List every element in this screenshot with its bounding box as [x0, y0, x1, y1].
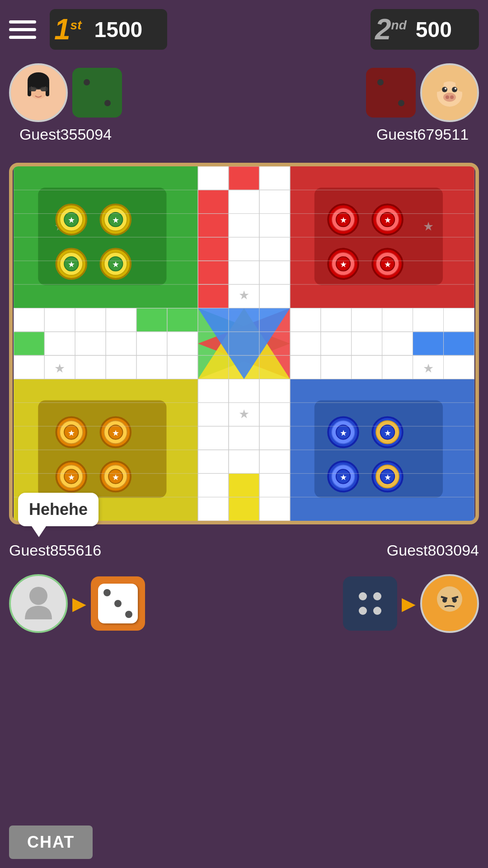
rank1-badge: 1st 1500: [50, 9, 167, 50]
svg-rect-81: [167, 355, 198, 379]
svg-rect-86: [413, 308, 444, 332]
svg-point-229: [442, 598, 447, 603]
svg-text:★: ★: [68, 216, 75, 225]
svg-rect-34: [229, 166, 259, 190]
svg-text:★: ★: [340, 216, 347, 225]
players-bottom: Guest855616 Guest803094: [0, 538, 488, 559]
svg-rect-82: [290, 308, 321, 332]
svg-rect-44: [259, 261, 290, 284]
bottom-controls: ▶ ▶: [0, 574, 488, 633]
svg-point-11: [455, 75, 468, 92]
chat-button-label: CHAT: [27, 833, 75, 851]
svg-text:★: ★: [68, 429, 75, 438]
svg-rect-76: [14, 355, 44, 379]
svg-text:★: ★: [340, 473, 347, 482]
player-top-right-info: [366, 63, 479, 122]
rank2-score: 500: [416, 17, 452, 42]
svg-rect-45: [259, 284, 290, 308]
svg-text:★: ★: [340, 429, 347, 438]
svg-rect-89: [321, 332, 352, 355]
svg-rect-63: [259, 497, 290, 521]
top-bar: 1st 1500 2nd 500: [0, 9, 488, 50]
svg-point-16: [443, 93, 456, 102]
players-top: Guest355094: [0, 63, 488, 143]
svg-text:★: ★: [112, 429, 119, 438]
svg-rect-79: [106, 355, 136, 379]
svg-point-12: [442, 87, 447, 92]
player-top-left-info: [9, 63, 122, 122]
rank2-sup: nd: [391, 18, 407, 32]
svg-point-13: [452, 87, 457, 92]
svg-rect-55: [229, 450, 259, 473]
svg-rect-61: [259, 450, 290, 473]
svg-rect-32: [198, 261, 229, 284]
svg-rect-85: [382, 308, 413, 332]
rank2-badge: 2nd 500: [371, 9, 479, 50]
svg-text:★: ★: [54, 361, 65, 375]
bottom-left-controls: ▶: [9, 574, 145, 633]
svg-rect-96: [352, 355, 382, 379]
svg-rect-49: [198, 450, 229, 473]
dice-bottom-left[interactable]: [91, 576, 145, 631]
svg-rect-6: [41, 87, 48, 91]
svg-point-15: [455, 88, 456, 90]
svg-rect-29: [198, 190, 229, 213]
svg-text:★: ★: [384, 429, 391, 438]
svg-text:★: ★: [384, 473, 391, 482]
player-top-right: Guest679511: [366, 63, 479, 143]
rank2-label: 2nd: [375, 15, 407, 44]
svg-rect-92: [413, 332, 444, 355]
svg-point-14: [445, 88, 446, 90]
svg-rect-38: [229, 261, 259, 284]
avatar-top-right: [420, 63, 479, 122]
svg-text:★: ★: [340, 260, 347, 269]
svg-rect-37: [229, 237, 259, 261]
svg-rect-93: [443, 332, 474, 355]
player-top-left: Guest355094: [9, 63, 122, 143]
rank1-sup: st: [70, 18, 82, 32]
svg-point-224: [29, 587, 47, 605]
svg-rect-31: [198, 237, 229, 261]
svg-rect-74: [136, 332, 167, 355]
svg-rect-40: [259, 166, 290, 190]
svg-text:★: ★: [112, 216, 119, 225]
svg-text:★: ★: [112, 260, 119, 269]
menu-button[interactable]: [9, 16, 41, 43]
svg-rect-58: [259, 379, 290, 402]
svg-rect-75: [167, 332, 198, 355]
svg-rect-69: [167, 308, 198, 332]
rank1-label: 1st: [54, 15, 82, 44]
svg-text:★: ★: [239, 407, 249, 421]
player-top-right-name: Guest679511: [376, 126, 469, 143]
svg-rect-50: [198, 473, 229, 497]
svg-rect-47: [198, 403, 229, 426]
svg-rect-91: [382, 332, 413, 355]
svg-rect-51: [198, 497, 229, 521]
svg-rect-95: [321, 355, 352, 379]
svg-rect-60: [259, 426, 290, 450]
svg-rect-90: [352, 332, 382, 355]
avatar-top-left: [9, 63, 68, 122]
svg-rect-43: [259, 237, 290, 261]
chat-bubble: Hehehe: [18, 493, 99, 526]
dice-top-left[interactable]: [72, 68, 122, 118]
rank1-score: 1500: [94, 17, 143, 42]
svg-rect-99: [443, 355, 474, 379]
player-bottom-left-container: Guest855616: [9, 538, 101, 559]
svg-rect-41: [259, 190, 290, 213]
dice-top-right[interactable]: [366, 68, 416, 118]
player-bottom-left-name: Guest855616: [9, 542, 101, 559]
player-top-left-name: Guest355094: [19, 126, 112, 143]
dice-bottom-right[interactable]: [343, 576, 397, 631]
svg-rect-42: [259, 213, 290, 237]
svg-text:★: ★: [384, 260, 391, 269]
svg-rect-62: [259, 473, 290, 497]
ludo-board[interactable]: ★ ★ ★ ★ ★ ★ ★ ★ ★ ★ ★: [9, 163, 479, 524]
chat-button[interactable]: CHAT: [9, 826, 93, 859]
svg-rect-88: [290, 332, 321, 355]
svg-rect-54: [229, 426, 259, 450]
svg-rect-36: [229, 213, 259, 237]
svg-rect-68: [136, 308, 167, 332]
svg-point-10: [431, 75, 444, 92]
svg-text:★: ★: [112, 473, 119, 482]
